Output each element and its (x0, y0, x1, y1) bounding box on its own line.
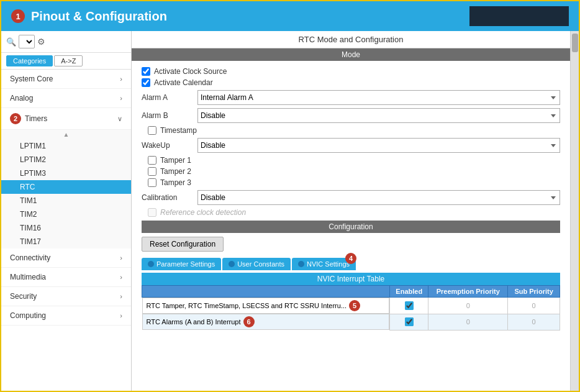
sidebar-item-lptim2[interactable]: LPTIM2 (1, 153, 131, 166)
scrollbar[interactable] (570, 31, 579, 392)
nvic-row1-sub: 0 (508, 298, 560, 314)
tamper3-label: Tamper 3 (160, 178, 191, 187)
analog-label: Analog (10, 94, 33, 103)
nvic-table-header: NVIC Interrupt Table (142, 273, 560, 285)
rtc-mode-header: RTC Mode and Configuration (132, 31, 570, 48)
param-dot (148, 261, 154, 267)
security-label: Security (10, 292, 37, 301)
connectivity-label: Connectivity (10, 253, 50, 262)
calibration-label: Calibration (142, 193, 197, 202)
tab-user-constants[interactable]: User Constants (222, 258, 291, 270)
sidebar-item-security[interactable]: Security › (1, 287, 131, 306)
config-tabs: Parameter Settings User Constants NVIC S… (142, 258, 560, 270)
tamper2-checkbox[interactable] (148, 167, 156, 176)
system-core-chevron: › (120, 75, 122, 83)
rtc-label: RTC (20, 183, 35, 191)
nvic-row1-enabled[interactable] (390, 298, 428, 314)
calibration-select[interactable]: Disable (197, 190, 560, 205)
activate-calendar-checkbox[interactable] (142, 78, 150, 87)
nvic-badge-5: 5 (349, 300, 360, 311)
nvic-row2-preemption: 0 (428, 314, 508, 330)
sidebar-item-analog[interactable]: Analog › (1, 89, 131, 108)
alarm-b-select[interactable]: Disable (197, 108, 560, 123)
header: 1 Pinout & Configuration (1, 1, 579, 31)
tab-parameter-settings[interactable]: Parameter Settings (142, 258, 221, 270)
sidebar-item-tim17[interactable]: TIM17 (1, 235, 131, 248)
security-chevron: › (120, 293, 122, 300)
wakeup-label: WakeUp (142, 141, 197, 150)
nvic-enabled-1 (394, 301, 424, 310)
activate-calendar-label: Activate Calendar (154, 78, 213, 87)
search-bar: 🔍 ⚙ (1, 31, 131, 53)
sidebar-items: System Core › Analog › 2 Timers ∨ ▲ LPTI… (1, 70, 131, 392)
configuration-section-header: Configuration (142, 221, 560, 233)
search-icon: 🔍 (6, 37, 16, 47)
user-tab-label: User Constants (237, 260, 284, 268)
tamper1-checkbox[interactable] (148, 156, 156, 165)
nvic-tab-label: NVIC Settings (307, 260, 350, 268)
tamper1-label: Tamper 1 (160, 156, 191, 165)
nvic-row-2: RTC Alarms (A and B) Interrupt 6 0 0 (142, 314, 560, 330)
category-tabs: Categories A->Z (1, 53, 131, 70)
timers-submenu: ▲ LPTIM1 LPTIM2 LPTIM3 RTC TIM1 TIM2 TIM… (1, 130, 131, 248)
search-dropdown[interactable] (19, 35, 35, 48)
system-core-label: System Core (10, 75, 53, 83)
tab-az[interactable]: A->Z (54, 55, 83, 66)
sidebar-item-system-core[interactable]: System Core › (1, 70, 131, 89)
sidebar-item-timers[interactable]: 2 Timers ∨ (1, 108, 131, 130)
gear-icon[interactable]: ⚙ (37, 37, 45, 47)
sidebar-item-connectivity[interactable]: Connectivity › (1, 248, 131, 268)
tab-categories[interactable]: Categories (6, 55, 53, 66)
tamper3-checkbox[interactable] (148, 178, 156, 187)
activate-clock-source-label: Activate Clock Source (154, 67, 227, 76)
page-title: Pinout & Configuration (31, 9, 469, 24)
header-dark-area (469, 6, 569, 26)
wakeup-row: WakeUp Disable (142, 138, 560, 153)
alarm-a-select[interactable]: Internal Alarm A (197, 90, 560, 105)
calibration-row: Calibration Disable (142, 190, 560, 205)
timers-chevron: ∨ (117, 115, 122, 123)
alarm-b-label: Alarm B (142, 111, 197, 120)
sidebar-item-tim16[interactable]: TIM16 (1, 221, 131, 235)
nvic-dot (298, 261, 304, 267)
nvic-enabled-2 (394, 317, 424, 326)
activate-calendar-row: Activate Calendar (142, 78, 560, 87)
wakeup-select[interactable]: Disable (197, 138, 560, 153)
sidebar-item-tim1[interactable]: TIM1 (1, 194, 131, 207)
ref-clock-label: Reference clock detection (160, 208, 246, 217)
activate-clock-source-checkbox[interactable] (142, 67, 150, 76)
nvic-row2-enabled[interactable] (390, 314, 428, 330)
nvic-row2-sub: 0 (508, 314, 560, 330)
sidebar-item-tim2[interactable]: TIM2 (1, 207, 131, 221)
reset-configuration-button[interactable]: Reset Configuration (142, 237, 224, 252)
connectivity-chevron: › (120, 254, 122, 262)
scroll-thumb[interactable] (572, 34, 578, 52)
activate-clock-source-row: Activate Clock Source (142, 67, 560, 76)
tab-badge-4: 4 (345, 253, 356, 264)
sidebar-item-multimedia[interactable]: Multimedia › (1, 268, 131, 287)
mode-content: Activate Clock Source Activate Calendar … (132, 61, 570, 392)
nvic-col-enabled: Enabled (390, 286, 428, 298)
nvic-enabled-checkbox-1[interactable] (405, 301, 414, 310)
sidebar-item-rtc[interactable]: RTC (1, 180, 131, 194)
nvic-col-sub: Sub Priority (508, 286, 560, 298)
sidebar-item-computing[interactable]: Computing › (1, 306, 131, 326)
timestamp-label: Timestamp (160, 126, 197, 135)
multimedia-chevron: › (120, 273, 122, 281)
computing-label: Computing (10, 311, 46, 320)
param-tab-label: Parameter Settings (156, 260, 215, 268)
nvic-row1-preemption: 0 (428, 298, 508, 314)
sidebar-item-lptim3[interactable]: LPTIM3 (1, 166, 131, 180)
content-area: RTC Mode and Configuration Mode Activate… (132, 31, 570, 392)
ref-clock-row: Reference clock detection (142, 208, 560, 217)
timers-badge: 2 (10, 113, 21, 124)
timers-label: Timers (25, 114, 117, 123)
sidebar: 🔍 ⚙ Categories A->Z System Core › Analog… (1, 31, 132, 392)
header-badge-1: 1 (11, 9, 25, 23)
timestamp-checkbox[interactable] (148, 126, 156, 135)
nvic-table: Enabled Preemption Priority Sub Priority… (142, 285, 560, 330)
tamper2-label: Tamper 2 (160, 167, 191, 176)
nvic-enabled-checkbox-2[interactable] (405, 317, 414, 326)
sidebar-item-lptim1[interactable]: LPTIM1 (1, 139, 131, 153)
multimedia-label: Multimedia (10, 273, 46, 281)
